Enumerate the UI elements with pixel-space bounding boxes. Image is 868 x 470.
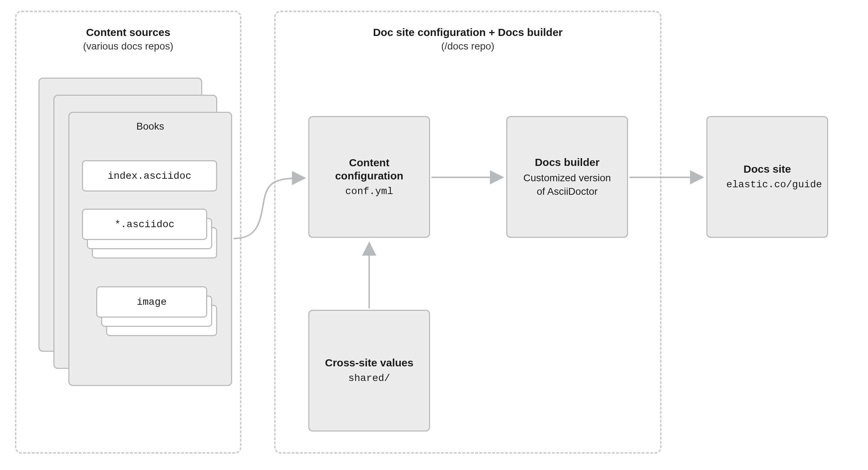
- file-image-front: image: [96, 286, 207, 318]
- file-pattern-front: *.asciidoc: [82, 209, 207, 240]
- builder-title: Docs builder: [535, 156, 600, 169]
- node-content-configuration: Content configuration conf.yml: [308, 116, 430, 238]
- site-title: Docs site: [743, 162, 791, 176]
- books-title: Books: [69, 121, 231, 132]
- config-title: Content configuration: [325, 156, 414, 183]
- config-sub: conf.yml: [345, 185, 393, 198]
- node-docs-site: Docs site elastic.co/guide: [706, 116, 828, 238]
- node-cross-site-values: Cross-site values shared/: [308, 310, 430, 432]
- file-index-asciidoc: index.asciidoc: [82, 160, 217, 192]
- middle-title: Doc site configuration + Docs builder: [276, 26, 660, 38]
- middle-subtitle: (/docs repo): [276, 41, 660, 52]
- cross-sub: shared/: [348, 372, 390, 385]
- site-sub: elastic.co/guide: [726, 178, 808, 192]
- sources-title: Content sources: [16, 26, 240, 38]
- node-docs-builder: Docs builder Customized version of Ascii…: [506, 116, 628, 238]
- sources-subtitle: (various docs repos): [16, 41, 240, 52]
- builder-sub: Customized version of AsciiDoctor: [521, 171, 613, 198]
- cross-title: Cross-site values: [325, 356, 413, 370]
